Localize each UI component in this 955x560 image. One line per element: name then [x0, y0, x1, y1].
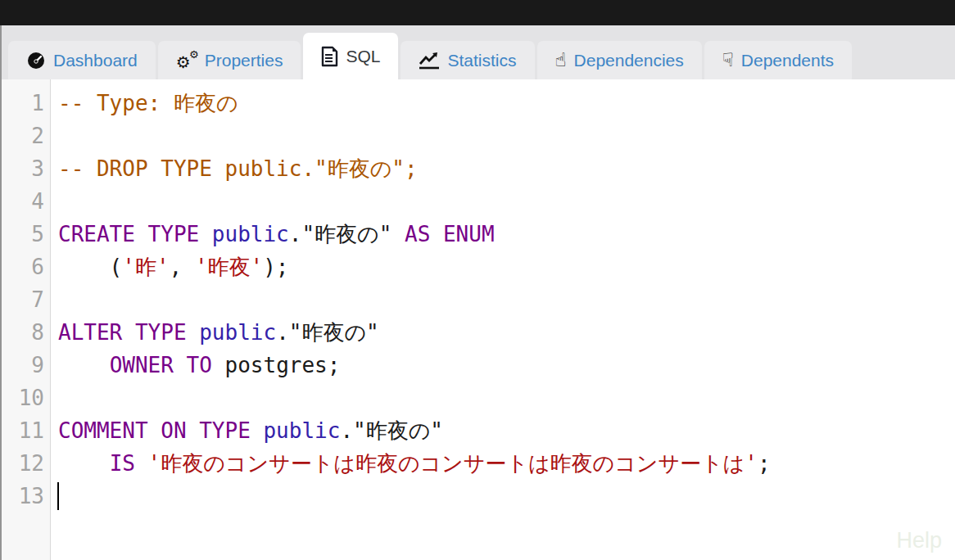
- hand-down-icon: ☟: [722, 51, 734, 70]
- line-number: 3: [2, 152, 50, 185]
- code-line[interactable]: ALTER TYPE public."昨夜の": [51, 316, 955, 349]
- tab-dashboard-label: Dashboard: [53, 51, 138, 70]
- line-number: 5: [2, 218, 50, 251]
- window-top-bar: [0, 0, 955, 25]
- line-number: 7: [2, 283, 50, 316]
- line-number: 8: [2, 316, 50, 349]
- tab-dependencies-label: Dependencies: [574, 51, 684, 70]
- code-token: [58, 451, 110, 476]
- code-token: [199, 222, 212, 246]
- line-number: 11: [2, 414, 50, 447]
- code-token: public: [212, 222, 289, 246]
- code-line[interactable]: OWNER TO postgres;: [51, 349, 955, 382]
- text-cursor: [57, 482, 59, 510]
- code-token: AS ENUM: [405, 222, 495, 246]
- code-token: ,: [170, 255, 195, 279]
- tab-dependents-label: Dependents: [741, 51, 834, 70]
- code-token: [135, 451, 148, 476]
- code-token: ."昨夜の": [340, 418, 443, 443]
- sql-editor[interactable]: 12345678910111213 -- Type: 昨夜の-- DROP TY…: [2, 79, 955, 560]
- code-token: CREATE TYPE: [58, 222, 199, 246]
- code-token: ."昨夜の": [276, 320, 379, 345]
- file-text-icon: [321, 46, 338, 67]
- code-token: postgres;: [212, 353, 341, 377]
- line-number: 13: [2, 480, 50, 513]
- tab-properties[interactable]: ⚙ ⚙ Properties: [158, 41, 301, 79]
- tab-properties-label: Properties: [205, 51, 283, 70]
- hand-up-icon: ☝: [555, 51, 567, 70]
- gauge-icon: [26, 51, 46, 70]
- code-token: IS: [110, 451, 135, 476]
- line-number: 2: [2, 120, 50, 152]
- code-line[interactable]: [51, 283, 955, 316]
- code-token: ;: [758, 451, 771, 476]
- object-detail-panel: Dashboard ⚙ ⚙ Properties SQL: [0, 25, 955, 560]
- code-line[interactable]: -- Type: 昨夜の: [51, 87, 955, 120]
- code-token: public: [199, 320, 276, 345]
- code-line[interactable]: [51, 382, 955, 414]
- code-token: '昨夜': [195, 255, 263, 279]
- line-number: 4: [2, 185, 50, 218]
- line-number: 1: [2, 87, 50, 120]
- code-line[interactable]: [51, 120, 955, 152]
- tab-sql-label: SQL: [346, 47, 380, 66]
- code-line[interactable]: [51, 480, 955, 513]
- code-token: COMMENT ON TYPE: [58, 418, 251, 443]
- line-number: 12: [2, 447, 50, 480]
- code-token: );: [263, 255, 288, 279]
- tab-sql[interactable]: SQL: [303, 33, 398, 79]
- tab-statistics[interactable]: Statistics: [401, 41, 534, 79]
- tab-bar: Dashboard ⚙ ⚙ Properties SQL: [2, 25, 955, 79]
- tab-statistics-label: Statistics: [447, 51, 516, 70]
- code-token: ALTER TYPE: [58, 320, 187, 345]
- code-token: (: [58, 255, 122, 279]
- tab-dependents[interactable]: ☟ Dependents: [704, 41, 852, 79]
- code-line[interactable]: [51, 185, 955, 218]
- code-area[interactable]: -- Type: 昨夜の-- DROP TYPE public."昨夜の";CR…: [51, 79, 955, 560]
- code-token: public: [263, 418, 340, 443]
- code-line[interactable]: CREATE TYPE public."昨夜の" AS ENUM: [51, 218, 955, 251]
- code-token: ."昨夜の": [289, 222, 405, 246]
- code-line[interactable]: ('昨', '昨夜');: [51, 251, 955, 283]
- code-line[interactable]: COMMENT ON TYPE public."昨夜の": [51, 414, 955, 447]
- code-token: [58, 353, 110, 377]
- code-token: [187, 320, 200, 345]
- code-line[interactable]: IS '昨夜のコンサートは昨夜のコンサートは昨夜のコンサートは';: [51, 447, 955, 480]
- line-number: 10: [2, 382, 50, 414]
- code-token: [251, 418, 264, 443]
- line-number: 6: [2, 251, 50, 283]
- line-number-gutter: 12345678910111213: [2, 79, 51, 560]
- code-line[interactable]: -- DROP TYPE public."昨夜の";: [51, 152, 955, 185]
- code-token: '昨': [122, 255, 169, 279]
- help-watermark[interactable]: Help: [896, 528, 942, 553]
- code-token: '昨夜のコンサートは昨夜のコンサートは昨夜のコンサートは': [148, 451, 758, 476]
- code-token: OWNER TO: [110, 353, 212, 377]
- code-token: -- Type: 昨夜の: [58, 91, 238, 115]
- chart-line-icon: [419, 51, 440, 70]
- tab-dependencies[interactable]: ☝ Dependencies: [537, 41, 702, 79]
- line-number: 9: [2, 349, 50, 382]
- tab-dashboard[interactable]: Dashboard: [8, 41, 156, 79]
- code-token: -- DROP TYPE public."昨夜の";: [58, 156, 418, 181]
- gears-icon: ⚙ ⚙: [176, 51, 197, 70]
